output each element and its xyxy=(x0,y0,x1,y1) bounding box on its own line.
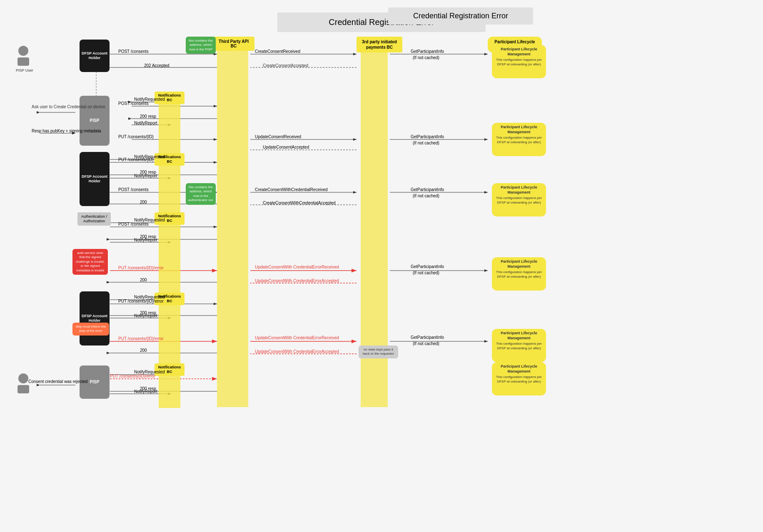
create-consent-received-label: CreateConsentReceived xyxy=(255,49,300,54)
get-participant-info-1-label: GetParticipantInfo xyxy=(411,49,444,54)
if-not-cached-3-label: (If not cached) xyxy=(413,194,439,198)
update-consent-accepted-label: UpdateConsentAccepted xyxy=(263,145,309,149)
plm-title-1: Participant Lifecycle Management xyxy=(494,47,544,57)
plm-title-6: Participant Lifecycle Management xyxy=(494,364,544,374)
plm-note-3: This configuration happens per DFSP at o… xyxy=(494,196,544,205)
plm-note-5: This configuration happens per DFSP at o… xyxy=(494,342,544,351)
notify-requested-4-label: NotifyRequested xyxy=(134,295,165,299)
post-consents-4-label: POST /consents xyxy=(118,222,149,226)
resp-pubkey-label: Resp has pubKey + signing metadata xyxy=(32,128,101,134)
if-not-cached-1-label: (If not cached) xyxy=(413,55,439,60)
if-not-cached-5-label: (If not cached) xyxy=(413,341,439,346)
notify-requested-1-label: NotifyRequested xyxy=(134,97,165,102)
page-title-box: Credential Registration Error xyxy=(388,7,533,25)
svg-point-53 xyxy=(18,373,28,383)
if-not-cached-2-label: (If not cached) xyxy=(413,141,439,145)
if-not-cached-4-label: (If not cached) xyxy=(413,271,439,275)
pisp-box-1: PISP xyxy=(80,96,110,146)
put-consents-id-1-label: PUT /consents/{ID} xyxy=(118,134,154,139)
dfsp-account-holder-3: DFSP Account Holder xyxy=(80,291,110,346)
svg-rect-54 xyxy=(17,385,29,393)
update-consent-credential-error-received-2-label: UpdateConsentWith CredentialErrorReceive… xyxy=(255,335,339,341)
plm-note-1: This configuration happens per DFSP at o… xyxy=(494,58,544,67)
auth-authorization-box: Authentication / Authorization xyxy=(77,212,111,226)
ask-user-label: Ask user to Create Credential on device xyxy=(32,104,105,109)
red-auth-note: auth-service sees that the signed challe… xyxy=(72,249,108,275)
dfsp-account-holder-1: DFSP Account Holder xyxy=(80,40,110,72)
plm-title-5: Participant Lifecycle Management xyxy=(494,331,544,341)
post-consents-1-label: POST /consents xyxy=(118,49,149,54)
create-consent-credential-accepted-label: CreateConsentWithCredentialAccepted xyxy=(263,201,336,205)
plm-title-2: Participant Lifecycle Management xyxy=(494,125,544,134)
update-consent-credential-error-accepted-1-label: UpdateConsentWith CredentialErrorAccepte… xyxy=(255,278,339,283)
get-participant-info-5-label: GetParticipantInfo xyxy=(411,335,444,340)
get-participant-info-2-label: GetParticipantInfo xyxy=(411,134,444,139)
consent-rejected-label: Consent credential was rejected xyxy=(28,379,87,384)
update-consent-credential-error-received-1-label: UpdateConsentWith CredentialErrorReceive… xyxy=(255,264,339,270)
notify-report-3-label: NotifyReport xyxy=(134,238,157,242)
accepted-202-label: 202 Accepted xyxy=(144,63,170,68)
post-consents-2-label: POST /consents xyxy=(118,101,149,106)
update-consent-received-label: UpdateConsentReceived xyxy=(255,134,301,139)
third-party-api-header: Third Party API BC xyxy=(213,37,254,51)
notify-report-1-label: NotifyReport xyxy=(134,121,157,125)
plm-note-4: This configuration happens per DFSP at o… xyxy=(494,270,544,279)
third-party-initiated-header: 3rd party initiated payments BC xyxy=(357,37,402,52)
plm-title-3: Participant Lifecycle Management xyxy=(494,185,544,195)
create-consent-credential-received-label: CreateConsentWithCredentialReceived xyxy=(255,187,328,192)
dfsp-account-holder-2: DFSP Account Holder xyxy=(80,152,110,206)
resp-200-1-label: 200 resp xyxy=(140,114,156,119)
notify-requested-2-label: NotifyRequested xyxy=(134,154,165,159)
resp-200-5-label: 200 xyxy=(140,278,147,282)
put-consents-error-4-label: PUT /consents/{ID}/error xyxy=(110,374,155,378)
post-consents-3-label: POST /consents xyxy=(118,187,149,192)
plm-note-2: This configuration happens per DFSP at o… xyxy=(494,136,544,144)
notify-report-4-label: NotifyReport xyxy=(134,313,157,318)
resp-200-3-label: 200 xyxy=(140,200,147,204)
pisp-user-icon-top: PISP User xyxy=(16,45,33,72)
update-consent-credential-error-accepted-2-label: UpdateConsentWith CredentialErrorAccepte… xyxy=(255,349,339,354)
create-consent-accepted-label: CreateConsentAccepted xyxy=(263,63,308,68)
put-consents-error-3-label: PUT /consents/{ID}/error xyxy=(118,336,164,341)
svg-rect-52 xyxy=(17,57,29,66)
get-participant-info-3-label: GetParticipantInfo xyxy=(411,187,444,192)
no-state-note: no state kept pass it back to the reques… xyxy=(359,346,398,358)
svg-point-51 xyxy=(18,46,28,56)
notify-report-2-label: NotifyReport xyxy=(134,174,157,178)
resp-200-7-label: 200 xyxy=(140,348,147,353)
orange-dfsp-note: dfsp must inform the pisp of the error xyxy=(72,323,109,336)
green-note-top: this contains the address, which now is … xyxy=(186,37,216,54)
plm-title-4: Participant Lifecycle Management xyxy=(494,259,544,269)
notify-requested-5-label: NotifyRequested xyxy=(134,370,165,374)
put-consents-error-1-label: PUT /consents/{ID}/error xyxy=(118,266,164,270)
notify-requested-3-label: NotifyRequested xyxy=(134,218,165,222)
put-consents-error-2-label: PUT /consents/{ID}/error xyxy=(118,299,164,303)
get-participant-info-4-label: GetParticipantInfo xyxy=(411,264,444,269)
plm-note-6: This configuration happens per DFSP at o… xyxy=(494,375,544,384)
notify-report-5-label: NotifyReport xyxy=(134,389,157,394)
green-note-mid: this contains the address, which now is … xyxy=(186,183,216,205)
